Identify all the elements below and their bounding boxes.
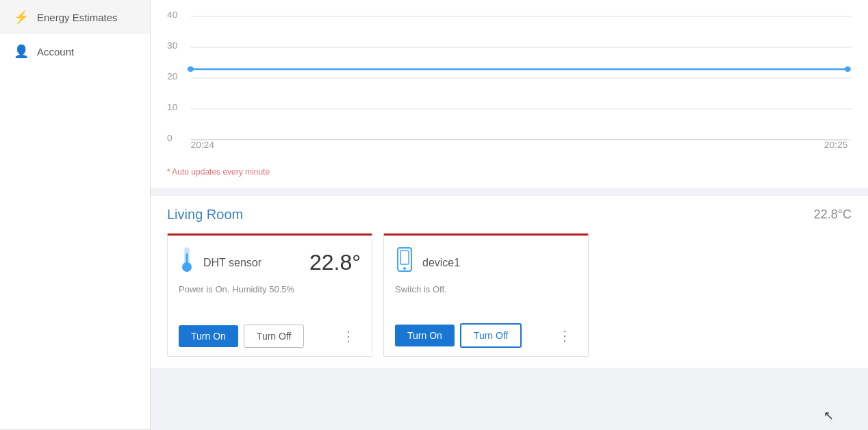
lightning-icon: ⚡ (14, 10, 29, 25)
device1-card: device1 Switch is Off. Turn On Turn Off … (383, 233, 589, 357)
device1-actions: Turn On Turn Off ⋮ (395, 323, 577, 348)
chart-svg: 40 30 20 10 0 20:24 (167, 11, 852, 148)
section-header: Living Room 22.8°C (167, 207, 852, 223)
dht-sensor-turn-off-button[interactable]: Turn Off (244, 325, 305, 348)
sidebar-item-label: Account (37, 46, 74, 58)
section-title: Living Room (167, 207, 243, 223)
dht-sensor-value: 22.8° (309, 250, 361, 275)
svg-text:40: 40 (167, 11, 177, 20)
svg-point-11 (188, 66, 194, 72)
dht-sensor-actions: Turn On Turn Off ⋮ (179, 325, 361, 348)
svg-point-19 (184, 264, 190, 270)
svg-text:20: 20 (167, 72, 177, 81)
device1-status: Switch is Off. (395, 284, 577, 298)
svg-text:0: 0 (167, 134, 173, 143)
svg-rect-21 (400, 251, 409, 264)
thermometer-icon (179, 246, 195, 279)
living-room-section: Living Room 22.8°C (151, 196, 868, 368)
dht-sensor-status: Power is On. Humidity 50.5% (179, 284, 361, 298)
dht-sensor-card: DHT sensor 22.8° Power is On. Humidity 5… (167, 233, 372, 357)
svg-text:20:24: 20:24 (190, 140, 214, 148)
dht-sensor-more-button[interactable]: ⋮ (336, 327, 361, 346)
dht-sensor-turn-on-button[interactable]: Turn On (179, 325, 238, 347)
svg-point-22 (403, 267, 406, 270)
device1-name: device1 (422, 257, 460, 269)
dht-sensor-card-top: DHT sensor 22.8° (179, 246, 361, 279)
sidebar-item-account[interactable]: 👤 Account (0, 34, 150, 68)
auto-update-note: * Auto updates every minute (167, 167, 852, 177)
chart-section: 40 30 20 10 0 20:24 (151, 0, 868, 188)
sidebar-item-energy-estimates[interactable]: ⚡ Energy Estimates (0, 0, 150, 34)
device1-more-button[interactable]: ⋮ (552, 326, 577, 345)
svg-text:20:25: 20:25 (824, 140, 847, 148)
account-icon: 👤 (14, 44, 29, 59)
sidebar: ⚡ Energy Estimates 👤 Account (0, 0, 151, 430)
device1-turn-off-button[interactable]: Turn Off (460, 323, 522, 348)
device-icon (395, 246, 414, 279)
device1-card-top: device1 (395, 246, 577, 279)
sidebar-item-label: Energy Estimates (37, 12, 118, 23)
svg-text:30: 30 (167, 41, 177, 51)
dht-sensor-name: DHT sensor (203, 257, 261, 269)
chart-container: 40 30 20 10 0 20:24 (167, 11, 852, 162)
section-temperature: 22.8°C (814, 207, 852, 222)
main-content: 40 30 20 10 0 20:24 (151, 0, 868, 430)
device1-turn-on-button[interactable]: Turn On (395, 325, 455, 346)
device-cards-row: DHT sensor 22.8° Power is On. Humidity 5… (167, 233, 852, 357)
svg-text:10: 10 (167, 103, 177, 112)
svg-point-12 (845, 66, 851, 72)
